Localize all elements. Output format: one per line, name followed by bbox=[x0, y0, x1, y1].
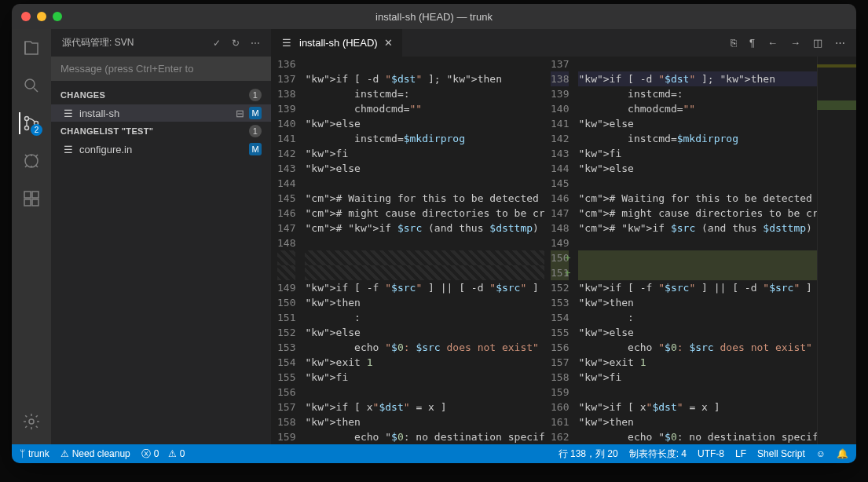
svg-rect-5 bbox=[24, 192, 31, 198]
editor-tabs: ☰ install-sh (HEAD) ✕ ⎘ ¶ ← → ◫ ⋯ bbox=[271, 29, 856, 57]
minimize-window-button[interactable] bbox=[37, 12, 46, 21]
status-cursor[interactable]: 行 138，列 20 bbox=[559, 447, 618, 461]
section-label: CHANGELIST "TEST" bbox=[60, 126, 153, 136]
svg-point-0 bbox=[25, 79, 35, 89]
warning-icon: ⚠ bbox=[60, 448, 69, 459]
editor-area: ☰ install-sh (HEAD) ✕ ⎘ ¶ ← → ◫ ⋯ 136137… bbox=[271, 29, 856, 444]
feedback-icon[interactable]: ☺ bbox=[816, 448, 826, 459]
refresh-icon[interactable]: ↻ bbox=[232, 38, 240, 49]
diff-icon[interactable]: ⊟ bbox=[236, 108, 244, 119]
settings-icon[interactable] bbox=[20, 411, 42, 433]
svg-point-2 bbox=[25, 126, 29, 130]
branch-icon: ᛘ bbox=[20, 448, 25, 459]
status-lang[interactable]: Shell Script bbox=[757, 448, 805, 459]
debug-icon[interactable] bbox=[20, 150, 42, 172]
more-actions-icon[interactable]: ⋯ bbox=[835, 37, 845, 49]
activity-bar: 2 bbox=[12, 29, 51, 444]
file-item[interactable]: ☰configure.inM bbox=[51, 141, 271, 158]
scm-provider-label: 源代码管理: SVN bbox=[62, 36, 134, 49]
svg-rect-7 bbox=[24, 199, 31, 206]
tab-install-sh[interactable]: ☰ install-sh (HEAD) ✕ bbox=[271, 29, 402, 57]
pilcrow-icon[interactable]: ¶ bbox=[749, 37, 755, 49]
window-title: install-sh (HEAD) — trunk bbox=[375, 11, 493, 23]
more-icon[interactable]: ⋯ bbox=[251, 38, 260, 49]
scm-icon[interactable]: 2 bbox=[19, 112, 41, 134]
commit-icon[interactable]: ✓ bbox=[213, 38, 221, 49]
next-change-icon[interactable]: → bbox=[790, 37, 800, 49]
scm-sidebar: 源代码管理: SVN ✓ ↻ ⋯ Message (press Ctrl+Ent… bbox=[51, 29, 271, 444]
svg-rect-8 bbox=[32, 199, 38, 206]
modified-badge: M bbox=[249, 107, 262, 119]
scm-header: 源代码管理: SVN ✓ ↻ ⋯ bbox=[51, 29, 271, 57]
toggle-whitespace-icon[interactable]: ⎘ bbox=[731, 37, 737, 49]
explorer-icon[interactable] bbox=[20, 37, 42, 59]
file-icon: ☰ bbox=[62, 108, 75, 119]
status-branch[interactable]: ᛘtrunk bbox=[20, 448, 49, 459]
section-count: 1 bbox=[249, 89, 262, 101]
status-tabsize[interactable]: 制表符长度: 4 bbox=[629, 447, 687, 461]
extensions-icon[interactable] bbox=[20, 188, 42, 210]
close-window-button[interactable] bbox=[21, 12, 31, 21]
status-problems[interactable]: ⓧ0 ⚠0 bbox=[141, 447, 185, 461]
split-editor-icon[interactable]: ◫ bbox=[813, 37, 822, 49]
commit-message-input[interactable]: Message (press Ctrl+Enter to bbox=[51, 57, 271, 81]
modified-badge: M bbox=[249, 143, 262, 155]
svg-point-9 bbox=[29, 419, 34, 424]
section-count: 1 bbox=[249, 125, 262, 137]
maximize-window-button[interactable] bbox=[53, 12, 62, 21]
code-left[interactable]: "kw">if [ -d "$dst" ]; "kw">then instcmd… bbox=[305, 57, 544, 444]
status-encoding[interactable]: UTF-8 bbox=[698, 448, 724, 459]
status-eol[interactable]: LF bbox=[735, 448, 746, 459]
titlebar: install-sh (HEAD) — trunk bbox=[12, 4, 856, 29]
file-name: configure.in bbox=[79, 144, 132, 155]
file-item[interactable]: ☰install-sh⊟M bbox=[51, 104, 271, 122]
error-icon: ⓧ bbox=[141, 447, 151, 461]
bell-icon[interactable]: 🔔 bbox=[837, 448, 848, 459]
diff-view[interactable]: 1361371381391401411421431441451461471481… bbox=[271, 57, 856, 444]
scm-section-header[interactable]: CHANGELIST "TEST"1 bbox=[51, 122, 271, 141]
file-icon: ☰ bbox=[62, 144, 75, 155]
search-icon[interactable] bbox=[20, 75, 42, 97]
svg-rect-6 bbox=[32, 192, 38, 198]
status-warning-msg[interactable]: ⚠Need cleanup bbox=[60, 448, 130, 459]
gutter-right: 1371381391401411421431441451461471481491… bbox=[544, 57, 578, 444]
tab-label: install-sh (HEAD) bbox=[299, 37, 378, 49]
file-name: install-sh bbox=[79, 108, 119, 119]
warn-icon: ⚠ bbox=[168, 448, 177, 459]
status-bar: ᛘtrunk ⚠Need cleanup ⓧ0 ⚠0 行 138，列 20 制表… bbox=[12, 444, 856, 463]
minimap[interactable] bbox=[817, 57, 856, 444]
scm-section-header[interactable]: CHANGES1 bbox=[51, 86, 271, 104]
code-right[interactable]: "kw">if [ -d "$dst" ]; "kw">then instcmd… bbox=[578, 57, 856, 444]
section-label: CHANGES bbox=[60, 90, 105, 100]
window-controls bbox=[21, 12, 62, 21]
svg-point-1 bbox=[25, 117, 29, 121]
close-icon[interactable]: ✕ bbox=[384, 37, 393, 49]
gutter-left: 1361371381391401411421431441451461471481… bbox=[271, 57, 305, 444]
file-icon: ☰ bbox=[280, 37, 293, 49]
prev-change-icon[interactable]: ← bbox=[767, 37, 778, 49]
scm-badge: 2 bbox=[31, 124, 42, 136]
